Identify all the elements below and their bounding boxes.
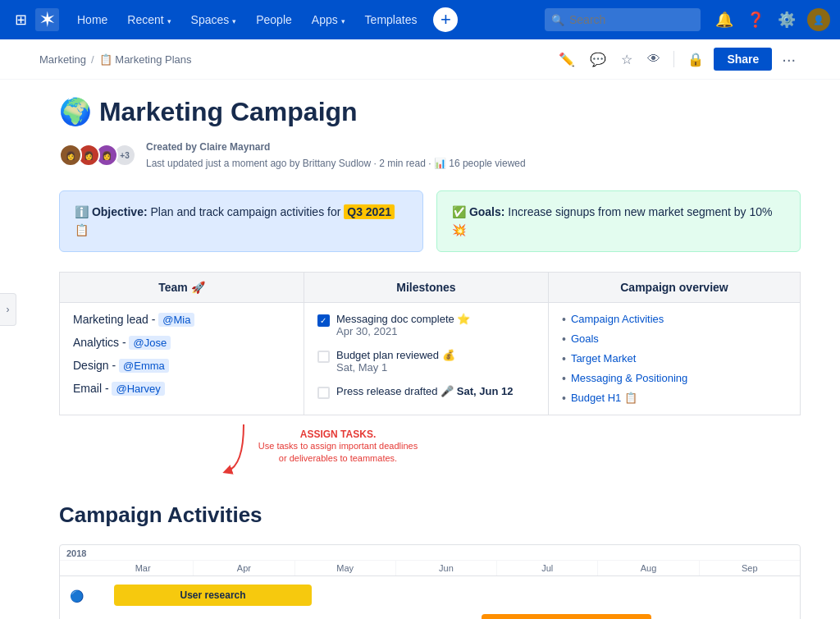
team-item: Design - @Emma — [73, 359, 290, 372]
checkbox-2[interactable] — [317, 351, 330, 363]
objective-text: Plan and track campaign activities for — [150, 205, 344, 218]
nav-people[interactable]: People — [248, 8, 300, 31]
milestones-header: Milestones — [304, 272, 548, 302]
timeline-spacer — [60, 561, 93, 575]
goals-link[interactable]: Goals — [571, 332, 599, 345]
goals-label: Goals: — [469, 205, 505, 218]
overview-header: Campaign overview — [548, 272, 800, 302]
checkbox-1[interactable]: ✓ — [317, 314, 330, 327]
objective-box: ℹ️ Objective: Plan and track campaign ac… — [59, 190, 423, 252]
messaging-link[interactable]: Messaging & Positioning — [571, 372, 687, 384]
overview-link-3: •Target Market — [562, 352, 787, 365]
updated-by: Last updated just a moment ago by Britta… — [146, 158, 371, 169]
goals-icon: ✅ — [452, 205, 466, 218]
team-cell: Marketing lead - @Mia Analytics - @Jose … — [60, 302, 304, 415]
nav-apps[interactable]: Apps ▾ — [304, 8, 354, 31]
nav-home[interactable]: Home — [69, 8, 116, 31]
timeline-container: 2018 Mar Apr May Jun Jul Aug Sep 🔵 User … — [59, 544, 801, 619]
restriction-icon[interactable]: 🔒 — [682, 48, 709, 71]
month-may: May — [295, 561, 396, 575]
month-jun: Jun — [396, 561, 497, 575]
timeline-row-1: 🔵 User research — [60, 581, 800, 611]
settings-icon[interactable]: ⚙️ — [773, 7, 801, 32]
top-navigation: ⊞ ✶ Home Recent ▾ Spaces ▾ People Apps ▾… — [0, 0, 840, 39]
help-icon[interactable]: ❓ — [742, 7, 769, 32]
avatar-group: 👩 👩 👩 +3 — [59, 144, 136, 167]
checkbox-3[interactable] — [317, 387, 330, 399]
team-item: Analytics - @Jose — [73, 336, 290, 349]
overview-link-2: •Goals — [562, 332, 787, 346]
edit-icon[interactable]: ✏️ — [554, 48, 580, 71]
milestone-item-2: Budget plan reviewed 💰Sat, May 1 — [317, 349, 535, 374]
view-icon[interactable]: 👁 — [642, 48, 665, 70]
objective-emoji: 📋 — [75, 223, 89, 236]
nav-recent[interactable]: Recent ▾ — [119, 8, 179, 31]
milestone-item-1: ✓ Messaging doc complete ⭐Apr 30, 2021 — [317, 313, 535, 337]
objective-label: Objective: — [92, 205, 148, 218]
budget-link[interactable]: Budget H1 📋 — [571, 392, 637, 404]
breadcrumb-parent[interactable]: Marketing — [39, 53, 86, 66]
milestone-3-text: Press release drafted 🎤 Sat, Jun 12 — [336, 385, 513, 397]
avatar-1: 👩 — [59, 144, 82, 167]
star-icon[interactable]: ☆ — [616, 48, 637, 71]
action-divider — [673, 51, 674, 67]
overview-link-5: •Budget H1 📋 — [562, 392, 787, 405]
overview-link-1: •Campaign Activities — [562, 313, 787, 326]
target-market-link[interactable]: Target Market — [571, 352, 636, 365]
more-options-button[interactable]: ··· — [777, 48, 801, 71]
assign-title: ASSIGN TASKS. — [256, 429, 420, 440]
search-input[interactable] — [545, 8, 701, 31]
created-by: Created by Claire Maynard — [146, 141, 270, 153]
objective-icon: ℹ️ — [75, 205, 89, 218]
mention-emma[interactable]: @Emma — [119, 359, 169, 373]
highlight-q3: Q3 2021 — [344, 204, 395, 219]
search-icon: 🔍 — [551, 14, 564, 26]
breadcrumb-current: 📋 Marketing Plans — [99, 53, 192, 66]
create-button[interactable]: + — [433, 7, 458, 32]
read-time: 2 min read — [379, 158, 426, 169]
comment-icon[interactable]: 💬 — [585, 48, 611, 71]
overview-table: Team 🚀 Milestones Campaign overview Mark… — [59, 272, 801, 415]
assign-callout: ASSIGN TASKS. Use tasks to assign import… — [59, 429, 801, 494]
month-jul: Jul — [497, 561, 598, 575]
month-aug: Aug — [598, 561, 699, 575]
breadcrumb-sep: / — [91, 53, 94, 66]
month-apr: Apr — [194, 561, 294, 575]
timeline-year-row: 2018 — [60, 545, 800, 561]
mention-mia[interactable]: @Mia — [158, 313, 194, 327]
month-sep: Sep — [700, 561, 800, 575]
nav-spaces[interactable]: Spaces ▾ — [183, 8, 245, 31]
milestone-2-text: Budget plan reviewed 💰Sat, May 1 — [336, 349, 455, 374]
share-button[interactable]: Share — [714, 48, 772, 71]
milestone-item-3: Press release drafted 🎤 Sat, Jun 12 — [317, 385, 535, 399]
milestones-cell: ✓ Messaging doc complete ⭐Apr 30, 2021 B… — [304, 302, 548, 415]
main-content: 🌍 Marketing Campaign 👩 👩 👩 +3 Created by… — [20, 96, 840, 619]
goals-box: ✅ Goals: Increase signups from new marke… — [436, 190, 801, 252]
campaign-activities-title: Campaign Activities — [59, 502, 801, 528]
user-avatar[interactable]: 👤 — [807, 8, 830, 31]
team-header: Team 🚀 — [60, 272, 304, 302]
mention-harvey[interactable]: @Harvey — [112, 382, 164, 396]
assign-subtitle: Use tasks to assign important deadlines … — [256, 440, 420, 465]
page-title: 🌍 Marketing Campaign — [59, 96, 801, 127]
overview-link-4: •Messaging & Positioning — [562, 372, 787, 385]
user-research-bar[interactable]: User research — [114, 585, 312, 606]
team-item: Email - @Harvey — [73, 382, 290, 395]
search-bar-wrap: 🔍 — [545, 8, 701, 31]
timeline-months-row: Mar Apr May Jun Jul Aug Sep — [60, 561, 800, 576]
sidebar-toggle[interactable]: › — [0, 293, 16, 326]
campaign-activities-link[interactable]: Campaign Activities — [571, 313, 664, 325]
nav-templates[interactable]: Templates — [357, 8, 426, 31]
apps-grid-icon[interactable]: ⊞ — [10, 7, 32, 32]
mention-jose[interactable]: @Jose — [129, 336, 171, 350]
assign-callout-text: ASSIGN TASKS. Use tasks to assign import… — [256, 429, 420, 465]
design-assets-bar[interactable]: Design assets — [482, 614, 651, 619]
notifications-icon[interactable]: 🔔 — [710, 7, 738, 32]
authors-row: 👩 👩 👩 +3 Created by Claire Maynard Last … — [59, 139, 801, 172]
info-boxes: ℹ️ Objective: Plan and track campaign ac… — [59, 190, 801, 252]
author-meta: Created by Claire Maynard Last updated j… — [146, 139, 526, 172]
logo[interactable]: ✶ — [35, 8, 59, 31]
views-count: 16 people viewed — [449, 158, 525, 169]
team-item: Marketing lead - @Mia — [73, 313, 290, 326]
milestone-1-text: Messaging doc complete ⭐Apr 30, 2021 — [336, 313, 470, 337]
